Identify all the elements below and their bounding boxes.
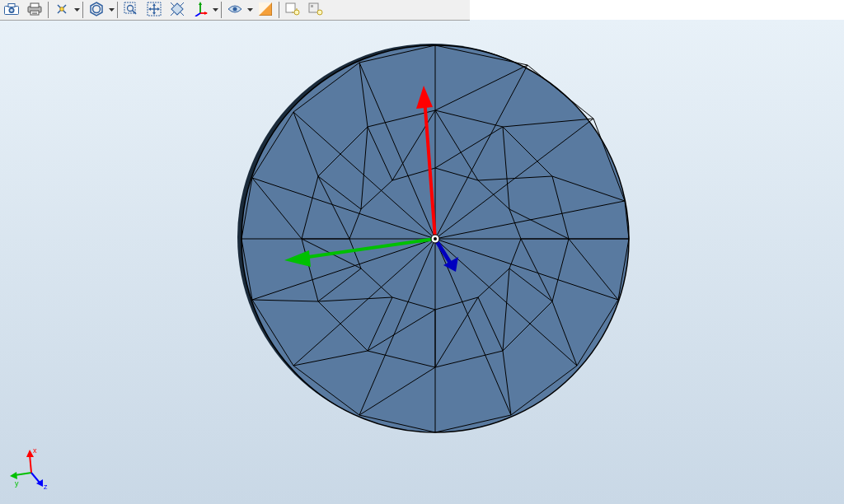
svg-rect-1 — [8, 4, 15, 7]
svg-marker-129 — [10, 472, 17, 479]
print-button[interactable] — [24, 0, 45, 20]
svg-line-132 — [31, 473, 40, 483]
pan-button[interactable] — [143, 0, 165, 20]
orientation-triad: y x z — [10, 446, 48, 491]
datum-point-icon — [55, 2, 68, 17]
light-front-icon — [285, 2, 300, 17]
svg-rect-5 — [30, 3, 39, 7]
viewport-canvas: y x z — [0, 20, 844, 504]
svg-marker-22 — [152, 3, 156, 6]
orientation-y-label: y — [15, 479, 19, 488]
viewport-3d[interactable]: y x z — [0, 20, 844, 504]
eye-icon — [227, 4, 242, 16]
separator — [221, 2, 222, 18]
svg-line-30 — [181, 12, 184, 16]
orientation-button[interactable] — [190, 0, 211, 20]
orientation-x-label: x — [33, 446, 37, 455]
svg-marker-12 — [74, 8, 80, 12]
fit-button[interactable] — [166, 0, 188, 20]
svg-line-29 — [171, 12, 174, 16]
svg-marker-32 — [199, 2, 202, 5]
datum-dropdown[interactable] — [73, 1, 81, 19]
svg-point-47 — [317, 10, 322, 15]
separator — [82, 2, 83, 18]
svg-point-42 — [294, 10, 299, 15]
pan-icon — [147, 2, 162, 18]
svg-marker-25 — [157, 7, 160, 11]
svg-line-28 — [181, 2, 184, 6]
light-front-button[interactable] — [282, 0, 303, 20]
render-style-button[interactable] — [86, 0, 107, 20]
visibility-button[interactable] — [224, 0, 246, 20]
svg-point-37 — [233, 7, 237, 12]
screenshot-button[interactable] — [1, 0, 22, 20]
svg-line-128 — [15, 473, 31, 475]
svg-line-27 — [171, 2, 174, 6]
svg-rect-45 — [309, 3, 318, 12]
main-toolbar — [0, 0, 470, 21]
svg-marker-34 — [204, 12, 208, 15]
svg-rect-41 — [286, 3, 295, 12]
orientation-dropdown[interactable] — [212, 1, 219, 19]
separator — [279, 2, 279, 18]
orientation-triad-icon — [193, 2, 208, 18]
svg-point-14 — [93, 6, 101, 13]
zoom-box-button[interactable] — [120, 0, 142, 20]
svg-marker-15 — [109, 8, 115, 12]
light-panel-button[interactable] — [305, 0, 326, 20]
svg-point-127 — [434, 237, 437, 240]
fit-view-icon — [170, 2, 185, 18]
camera-icon — [4, 3, 19, 16]
visibility-dropdown[interactable] — [246, 1, 254, 19]
color-swatch-icon — [259, 2, 272, 17]
separator — [117, 2, 118, 18]
svg-marker-36 — [213, 8, 218, 12]
color-button[interactable] — [255, 0, 276, 20]
svg-line-35 — [195, 13, 200, 16]
printer-icon — [27, 2, 42, 17]
hexagon-icon — [89, 2, 104, 18]
svg-point-11 — [60, 7, 63, 11]
svg-point-17 — [128, 6, 134, 12]
light-panel-icon — [308, 2, 323, 17]
zoom-box-icon — [124, 2, 138, 18]
separator — [48, 2, 49, 18]
svg-line-130 — [30, 455, 31, 473]
datum-button[interactable] — [51, 0, 73, 20]
svg-marker-24 — [148, 7, 151, 11]
orientation-z-label: z — [44, 483, 48, 491]
svg-marker-38 — [247, 8, 253, 12]
svg-rect-46 — [311, 5, 313, 7]
render-dropdown[interactable] — [108, 1, 115, 19]
svg-point-3 — [10, 9, 13, 12]
svg-marker-23 — [152, 12, 156, 15]
